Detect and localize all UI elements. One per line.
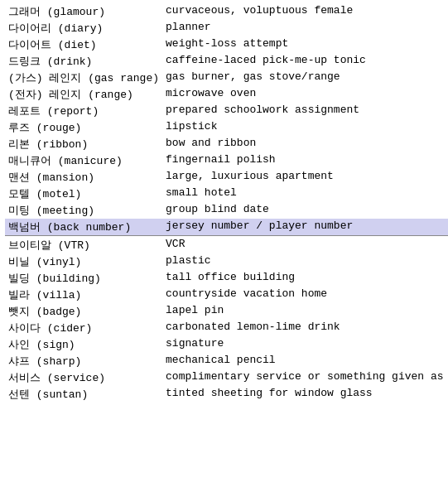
korean-term: 레포트 (report) — [5, 103, 162, 119]
korean-term: 빌라 (villa) — [5, 287, 162, 303]
table-row: 서비스 (service)complimentary service or so… — [5, 369, 448, 386]
korean-term: 드링크 (drink) — [5, 53, 162, 70]
english-definition: plastic — [162, 253, 448, 270]
table-row: (전자) 레인지 (range)microwave oven — [5, 86, 448, 103]
korean-term: 미팅 (meeting) — [5, 202, 162, 219]
english-definition: jersey number / player number — [162, 219, 448, 236]
english-definition: fingernail polish — [162, 152, 448, 169]
english-definition: mechanical pencil — [162, 353, 448, 369]
vocabulary-table: 그래머 (glamour)curvaceous, voluptuous fema… — [5, 3, 448, 403]
table-row: 모텔 (motel)small hotel — [5, 186, 448, 202]
korean-term: 리본 (ribbon) — [5, 136, 162, 152]
english-definition: countryside vacation home — [162, 287, 448, 303]
korean-term: 매니큐어 (manicure) — [5, 152, 162, 169]
english-definition: complimentary service or something given… — [162, 369, 448, 386]
english-definition: carbonated lemon-lime drink — [162, 320, 448, 336]
english-definition: planner — [162, 20, 448, 36]
table-row: 선텐 (suntan)tinted sheeting for window gl… — [5, 386, 448, 403]
english-definition: VCR — [162, 236, 448, 254]
table-row: 비닐 (vinyl)plastic — [5, 253, 448, 270]
table-row: 리본 (ribbon)bow and ribbon — [5, 136, 448, 152]
english-definition: tinted sheeting for window glass — [162, 386, 448, 403]
korean-term: 모텔 (motel) — [5, 186, 162, 202]
korean-term: 다이어리 (diary) — [5, 20, 162, 36]
table-row: 뺏지 (badge)lapel pin — [5, 303, 448, 320]
english-definition: tall office building — [162, 270, 448, 287]
table-row: 레포트 (report)prepared schoolwork assignme… — [5, 103, 448, 119]
table-row: 미팅 (meeting)group blind date — [5, 202, 448, 219]
english-definition: signature — [162, 336, 448, 353]
table-row: 브이티알 (VTR)VCR — [5, 236, 448, 254]
table-row: 맨션 (mansion)large, luxurious apartment — [5, 169, 448, 186]
table-row: 빌라 (villa)countryside vacation home — [5, 287, 448, 303]
english-definition: bow and ribbon — [162, 136, 448, 152]
english-definition: caffeine-laced pick-me-up tonic — [162, 53, 448, 70]
korean-term: 루즈 (rouge) — [5, 119, 162, 136]
table-row: 드링크 (drink)caffeine-laced pick-me-up ton… — [5, 53, 448, 70]
table-row: 그래머 (glamour)curvaceous, voluptuous fema… — [5, 3, 448, 20]
table-row: 다이어트 (diet)weight-loss attempt — [5, 36, 448, 53]
english-definition: lipstick — [162, 119, 448, 136]
english-definition: gas burner, gas stove/range — [162, 70, 448, 86]
table-row: 다이어리 (diary)planner — [5, 20, 448, 36]
korean-term: 샤프 (sharp) — [5, 353, 162, 369]
korean-term: 브이티알 (VTR) — [5, 236, 162, 254]
table-row: 빌딩 (building)tall office building — [5, 270, 448, 287]
english-definition: group blind date — [162, 202, 448, 219]
korean-term: 백넘버 (back number) — [5, 219, 162, 236]
korean-term: 서비스 (service) — [5, 369, 162, 386]
table-row: 백넘버 (back number)jersey number / player … — [5, 219, 448, 236]
table-row: (가스) 레인지 (gas range)gas burner, gas stov… — [5, 70, 448, 86]
table-row: 매니큐어 (manicure)fingernail polish — [5, 152, 448, 169]
korean-term: 그래머 (glamour) — [5, 3, 162, 20]
english-definition: prepared schoolwork assignment — [162, 103, 448, 119]
english-definition: large, luxurious apartment — [162, 169, 448, 186]
korean-term: 빌딩 (building) — [5, 270, 162, 287]
table-row: 사인 (sign)signature — [5, 336, 448, 353]
korean-term: 사인 (sign) — [5, 336, 162, 353]
korean-term: 맨션 (mansion) — [5, 169, 162, 186]
korean-term: 뺏지 (badge) — [5, 303, 162, 320]
english-definition: curvaceous, voluptuous female — [162, 3, 448, 20]
english-definition: microwave oven — [162, 86, 448, 103]
english-definition: small hotel — [162, 186, 448, 202]
korean-term: 비닐 (vinyl) — [5, 253, 162, 270]
main-container: 그래머 (glamour)curvaceous, voluptuous fema… — [0, 0, 448, 406]
korean-term: (전자) 레인지 (range) — [5, 86, 162, 103]
korean-term: 선텐 (suntan) — [5, 386, 162, 403]
korean-term: (가스) 레인지 (gas range) — [5, 70, 162, 86]
table-row: 루즈 (rouge)lipstick — [5, 119, 448, 136]
korean-term: 사이다 (cider) — [5, 320, 162, 336]
english-definition: weight-loss attempt — [162, 36, 448, 53]
korean-term: 다이어트 (diet) — [5, 36, 162, 53]
table-row: 샤프 (sharp)mechanical pencil — [5, 353, 448, 369]
table-row: 사이다 (cider)carbonated lemon-lime drink — [5, 320, 448, 336]
english-definition: lapel pin — [162, 303, 448, 320]
